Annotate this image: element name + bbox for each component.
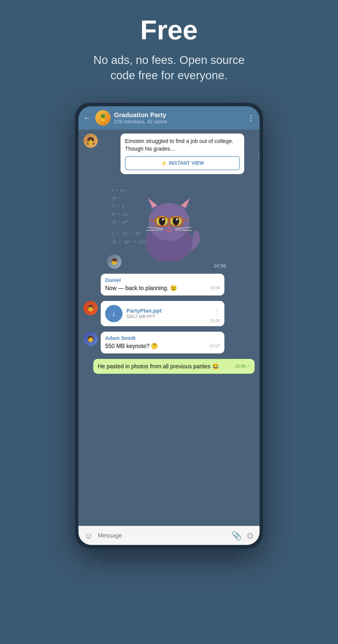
- back-button[interactable]: ←: [83, 114, 91, 122]
- group-info: 278 members, 42 online: [114, 119, 244, 124]
- sent-time: 15:08 ✓: [235, 363, 250, 369]
- woman-avatar-icon: 👧: [86, 137, 95, 145]
- sticker-container: t = πr — A = V = l² P = 2πr A = πr² s = …: [107, 182, 231, 271]
- user-avatar-man1: 👦: [107, 254, 121, 269]
- file-more-icon[interactable]: ⋮: [213, 309, 220, 318]
- daniel-msg-row: Daniel Now — back to planning. 😉 15:06: [83, 274, 255, 298]
- message-input[interactable]: [98, 532, 226, 539]
- user-avatar-woman: 👧: [83, 134, 98, 148]
- daniel-bubble: Daniel Now — back to planning. 😉 15:06: [101, 274, 224, 296]
- chat-header: ← 🍍 Graduation Party 278 members, 42 onl…: [78, 106, 260, 130]
- daniel-msg-content: Daniel Now — back to planning. 😉 15:06: [101, 274, 224, 298]
- group-avatar-emoji: 🍍: [99, 114, 107, 122]
- file-msg-content: ↓ PartyPlan.ppt 550.2 MB PPT ⋮ 15:06: [101, 301, 224, 329]
- adam-text: 550 MB keynote? 🤔 15:07: [105, 342, 220, 350]
- adam-time: 15:07: [209, 343, 220, 349]
- iv-button-label: INSTANT VIEW: [169, 160, 204, 166]
- page-subtitle: No ads, no fees. Open source code free f…: [82, 52, 256, 83]
- file-msg-row: 👨 ↓ PartyPlan.ppt 550.2 MB PPT ⋮ 15:06: [83, 301, 255, 329]
- svg-point-8: [159, 216, 165, 226]
- attach-button[interactable]: 📎: [231, 530, 242, 540]
- adam-msg-row: 🧑 Adam Smidt 550 MB keynote? 🤔 15:07: [83, 332, 255, 356]
- adam-msg-content: Adam Smidt 550 MB keynote? 🤔 15:07: [101, 332, 224, 356]
- input-bar: ☺ 📎 ⊙: [78, 526, 260, 545]
- file-size: 550.2 MB PPT: [126, 314, 209, 319]
- daniel-sender: Daniel: [105, 277, 220, 283]
- phone-frame: ← 🍍 Graduation Party 278 members, 42 onl…: [75, 103, 263, 548]
- man2-avatar-icon: 👨: [87, 305, 94, 312]
- more-options-icon[interactable]: ⋮: [247, 114, 255, 122]
- file-name: PartyPlan.ppt: [126, 308, 209, 314]
- page-title: Free: [140, 15, 198, 45]
- adam-bubble: Adam Smidt 550 MB keynote? 🤔 15:07: [101, 332, 224, 354]
- emoji-button[interactable]: ☺: [84, 531, 93, 540]
- sent-bubble: He pasted in photos from all previous pa…: [93, 359, 255, 374]
- chat-body: 👧 Einstein struggled to find a job out o…: [78, 130, 260, 526]
- lightning-icon: ⚡: [161, 160, 167, 166]
- file-info: PartyPlan.ppt 550.2 MB PPT: [126, 308, 209, 319]
- man1-avatar-icon: 👦: [111, 258, 118, 265]
- instant-view-row: 👧 Einstein struggled to find a job out o…: [83, 134, 255, 179]
- adam-sender: Adam Smidt: [105, 335, 220, 341]
- svg-point-9: [173, 216, 179, 226]
- iv-text: Einstein struggled to find a job out of …: [125, 138, 240, 153]
- instant-view-button[interactable]: ⚡ INSTANT VIEW: [125, 156, 240, 170]
- checkmark-icon: ✓: [247, 364, 250, 368]
- daniel-time: 15:06: [209, 285, 220, 291]
- phone-screen: ← 🍍 Graduation Party 278 members, 42 onl…: [78, 106, 260, 545]
- sent-text: He pasted in photos from all previous pa…: [98, 362, 250, 370]
- daniel-text: Now — back to planning. 😉 15:06: [105, 284, 220, 292]
- group-name: Graduation Party: [114, 111, 244, 119]
- file-bubble: ↓ PartyPlan.ppt 550.2 MB PPT ⋮ 15:06: [101, 301, 224, 326]
- file-download-icon[interactable]: ↓: [105, 305, 122, 322]
- cat-sticker: [137, 192, 201, 261]
- camera-button[interactable]: ⊙: [247, 530, 254, 540]
- svg-point-11: [176, 218, 178, 220]
- header-info: Graduation Party 278 members, 42 online: [114, 111, 244, 124]
- man3-avatar-icon: 🧑: [87, 336, 94, 342]
- user-avatar-man2: 👨: [83, 301, 98, 315]
- share-button[interactable]: ↗: [258, 149, 260, 163]
- group-avatar: 🍍: [95, 110, 111, 126]
- file-time: 15:06: [209, 318, 220, 323]
- instant-view-bubble: Einstein struggled to find a job out of …: [120, 134, 244, 174]
- svg-point-10: [162, 218, 164, 220]
- user-avatar-man3: 🧑: [83, 332, 98, 346]
- sticker-timestamp: 14:58: [214, 263, 226, 269]
